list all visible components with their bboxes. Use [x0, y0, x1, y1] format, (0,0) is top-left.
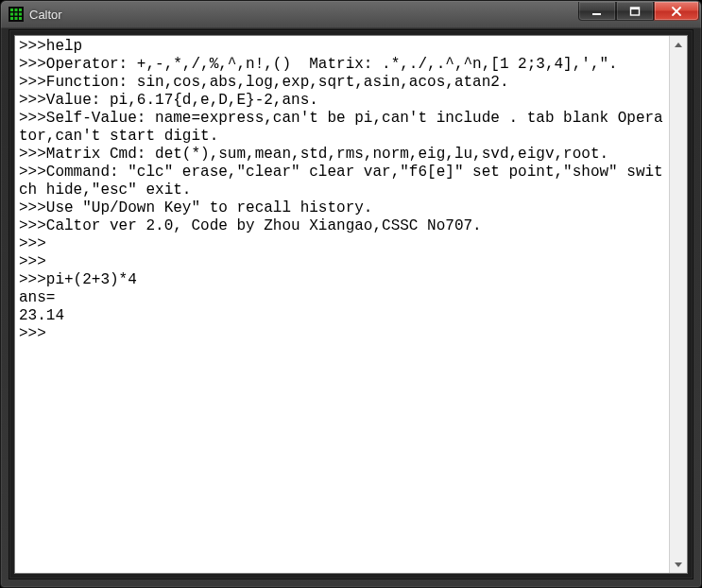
minimize-button[interactable] — [578, 2, 616, 21]
svg-rect-10 — [592, 13, 601, 15]
minimize-icon — [591, 6, 603, 17]
console-output[interactable]: >>>help >>>Operator: +,-,*,/,%,^,n!,() M… — [15, 36, 670, 573]
svg-rect-7 — [10, 17, 13, 20]
svg-rect-6 — [19, 13, 22, 16]
chevron-up-icon — [675, 43, 682, 47]
chevron-down-icon — [675, 562, 682, 567]
svg-rect-3 — [19, 9, 22, 11]
svg-rect-5 — [15, 13, 18, 16]
window-title: Caltor — [29, 8, 62, 22]
console-container: >>>help >>>Operator: +,-,*,/,%,^,n!,() M… — [14, 35, 688, 574]
svg-rect-1 — [10, 9, 13, 11]
maximize-icon — [629, 6, 641, 17]
scroll-down-button[interactable] — [670, 556, 687, 573]
close-button[interactable] — [654, 2, 699, 21]
window-controls — [578, 2, 699, 21]
close-icon — [671, 6, 682, 17]
scroll-up-button[interactable] — [670, 36, 687, 53]
app-window: Caltor >>>help >>>Operator: — [0, 0, 702, 588]
svg-rect-8 — [15, 17, 18, 20]
scrollbar-track[interactable] — [670, 53, 687, 556]
maximize-button[interactable] — [616, 2, 654, 21]
client-area: >>>help >>>Operator: +,-,*,/,%,^,n!,() M… — [9, 29, 693, 579]
svg-rect-9 — [19, 17, 22, 20]
svg-rect-12 — [631, 8, 640, 9]
svg-rect-4 — [10, 13, 13, 16]
svg-rect-2 — [15, 9, 18, 11]
vertical-scrollbar[interactable] — [669, 36, 687, 573]
titlebar[interactable]: Caltor — [1, 1, 701, 27]
app-icon — [9, 7, 24, 22]
